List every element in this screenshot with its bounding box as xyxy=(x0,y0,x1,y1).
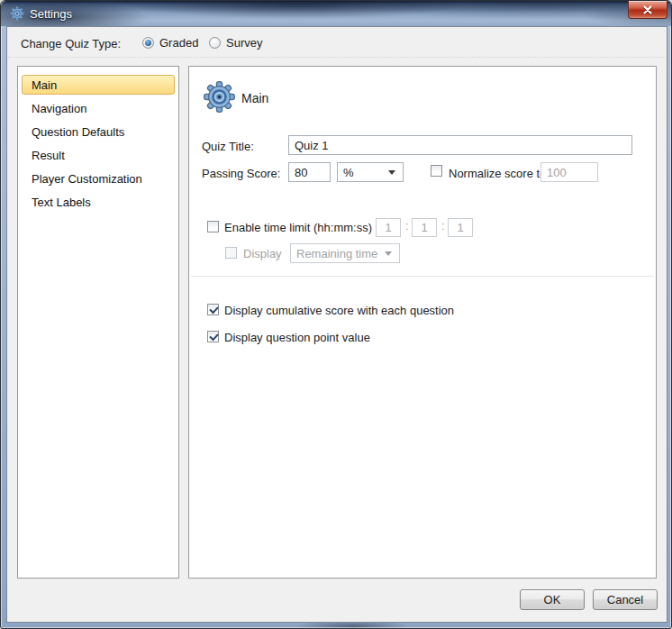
gear-icon xyxy=(10,6,24,21)
sidebar-item-result[interactable]: Result xyxy=(22,145,175,165)
display-time-checkbox xyxy=(225,247,237,259)
gear-icon xyxy=(204,81,235,113)
radio-survey-label: Survey xyxy=(226,36,262,50)
point-value-checkbox[interactable] xyxy=(207,331,219,342)
settings-sidebar: Main Navigation Question Defaults Result… xyxy=(17,66,179,579)
radio-graded[interactable]: Graded xyxy=(142,36,198,50)
quiz-title-input[interactable] xyxy=(288,135,632,155)
close-button[interactable] xyxy=(628,1,667,19)
normalize-score-input xyxy=(540,162,598,182)
radio-graded-circle[interactable] xyxy=(142,37,154,49)
sidebar-item-question-defaults[interactable]: Question Defaults xyxy=(22,122,175,141)
change-quiz-type-label: Change Quiz Type: xyxy=(21,37,121,50)
panel-heading: Main xyxy=(241,91,268,105)
cumulative-score-checkbox[interactable] xyxy=(207,304,219,315)
cumulative-score-label: Display cumulative score with each quest… xyxy=(224,304,454,317)
chevron-down-icon xyxy=(388,170,395,175)
settings-dialog: Settings Change Quiz Type: Graded Survey… xyxy=(0,0,672,629)
display-time-label: Display xyxy=(243,247,282,260)
sidebar-item-main[interactable]: Main xyxy=(22,75,175,95)
section-separator xyxy=(191,276,654,277)
enable-time-limit-checkbox[interactable] xyxy=(207,221,219,232)
time-colon: : xyxy=(405,219,409,232)
radio-survey-circle[interactable] xyxy=(209,37,221,49)
time-limit-hours-input xyxy=(376,218,401,237)
display-time-dropdown: Remaining time xyxy=(290,243,400,263)
radio-survey[interactable]: Survey xyxy=(209,36,262,50)
header-separator xyxy=(8,57,666,58)
time-limit-minutes-input xyxy=(412,218,437,237)
passing-score-input[interactable] xyxy=(288,162,331,182)
passing-score-unit-dropdown[interactable]: % xyxy=(337,162,404,182)
passing-score-label: Passing Score: xyxy=(202,167,280,180)
window-title: Settings xyxy=(30,7,72,21)
ok-button[interactable]: OK xyxy=(520,589,585,610)
radio-graded-label: Graded xyxy=(159,36,198,50)
time-colon: : xyxy=(441,219,445,232)
passing-score-unit-value: % xyxy=(343,166,354,179)
enable-time-limit-label: Enable time limit (hh:mm:ss) xyxy=(224,221,372,234)
chevron-down-icon xyxy=(385,251,392,256)
title-bar[interactable]: Settings xyxy=(1,1,672,26)
sidebar-item-navigation[interactable]: Navigation xyxy=(22,98,175,118)
normalize-score-label: Normalize score to: xyxy=(449,167,549,180)
point-value-label: Display question point value xyxy=(224,331,370,344)
quiz-title-label: Quiz Title: xyxy=(202,140,254,153)
display-time-value: Remaining time xyxy=(296,247,377,260)
normalize-score-checkbox[interactable] xyxy=(431,165,442,177)
time-limit-seconds-input xyxy=(448,218,473,237)
sidebar-item-text-labels[interactable]: Text Labels xyxy=(22,192,175,212)
cancel-button[interactable]: Cancel xyxy=(593,589,658,610)
sidebar-item-player-customization[interactable]: Player Customization xyxy=(22,169,175,188)
main-settings-panel: Main Quiz Title: Passing Score: % Normal… xyxy=(188,66,657,579)
close-icon xyxy=(643,5,652,14)
